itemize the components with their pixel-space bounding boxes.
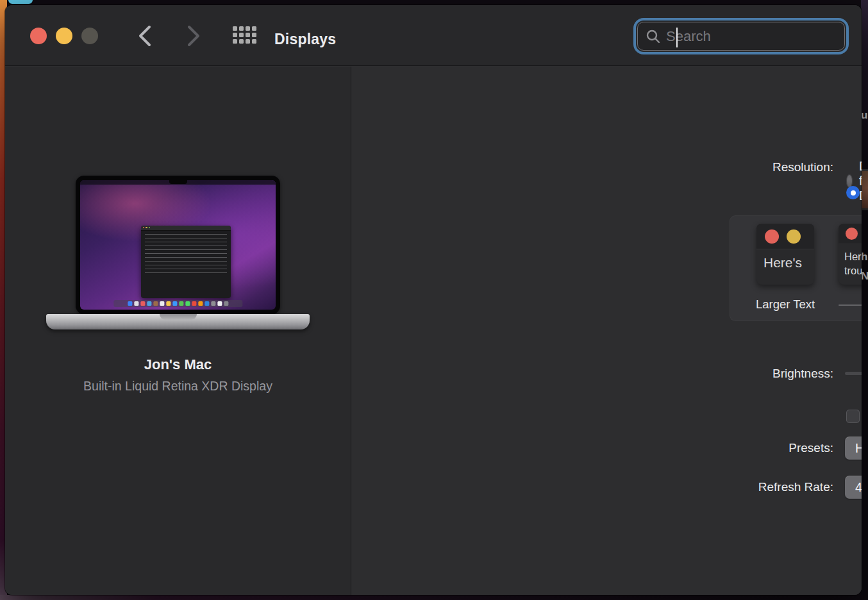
radio-icon-selected[interactable] xyxy=(846,186,860,199)
display-preview-panel: Jon's Mac Built-in Liquid Retina XDR Dis… xyxy=(5,67,351,595)
brightness-slider-track[interactable] xyxy=(845,372,862,375)
desktop-wallpaper-bottom xyxy=(0,595,868,600)
refresh-rate-label: Refresh Rate: xyxy=(697,480,833,494)
resolution-option-larger-text[interactable]: Here's Larger Text xyxy=(751,215,820,321)
system-preferences-displays-window: Displays Search Jon' xyxy=(5,5,862,595)
presets-value: HDR Video (P3-ST 2084) xyxy=(855,441,862,456)
device-description: Built-in Liquid Retina XDR Display xyxy=(5,379,351,394)
display-settings-panel: Resolution: Default for Display Scaled H… xyxy=(351,67,862,595)
refresh-rate-value: 48 Hertz xyxy=(855,480,862,495)
mini-window-titlebar xyxy=(756,224,814,249)
presets-label: Presets: xyxy=(697,441,833,455)
titlebar: Displays Search xyxy=(5,5,862,66)
search-focus-ring: Search xyxy=(633,18,849,54)
macbook-textedit-window xyxy=(141,226,231,298)
desktop-text-fragment: N xyxy=(861,270,868,283)
close-button[interactable] xyxy=(30,28,47,44)
search-placeholder: Search xyxy=(666,28,711,45)
brightness-label: Brightness: xyxy=(697,367,833,381)
thumbnail-separator-line xyxy=(839,304,862,306)
macbook-base xyxy=(46,314,310,329)
presets-dropdown[interactable]: HDR Video (P3-ST 2084) xyxy=(845,437,862,460)
scaled-resolution-picker: Here's Larger Text Here's to troublem xyxy=(730,215,862,321)
option-label: Larger Text xyxy=(751,297,820,312)
forward-button xyxy=(181,23,206,49)
search-icon xyxy=(646,29,661,44)
chevron-left-icon xyxy=(138,25,152,47)
zoom-button-disabled xyxy=(81,28,98,44)
chevron-right-icon xyxy=(187,25,201,47)
desktop-photo-thumbnail xyxy=(861,169,868,210)
mini-window-titlebar xyxy=(839,224,862,244)
desktop-text-fragment: u xyxy=(861,109,868,122)
refresh-rate-dropdown[interactable]: 48 Hertz xyxy=(845,476,862,499)
macbook-base-scoop xyxy=(160,314,197,320)
resolution-label: Resolution: xyxy=(697,160,833,174)
minimize-button[interactable] xyxy=(56,28,72,44)
desktop-wallpaper-sliver xyxy=(8,0,33,4)
window-title: Displays xyxy=(274,31,336,48)
desktop-text-fragment: h xyxy=(861,251,868,263)
macbook-dock xyxy=(113,300,242,307)
device-name: Jon's Mac xyxy=(5,356,351,373)
macbook-wallpaper xyxy=(80,180,276,310)
text-cursor xyxy=(676,28,678,47)
desktop-wallpaper-right: u h N xyxy=(861,0,868,600)
show-all-grid-icon[interactable] xyxy=(233,26,258,46)
auto-brightness-checkbox[interactable] xyxy=(846,410,860,423)
macbook-illustration xyxy=(76,176,280,314)
radio-scaled[interactable]: Scaled xyxy=(846,185,862,200)
back-button[interactable] xyxy=(132,23,158,49)
macbook-notch xyxy=(169,180,187,184)
search-input[interactable]: Search xyxy=(637,22,845,51)
